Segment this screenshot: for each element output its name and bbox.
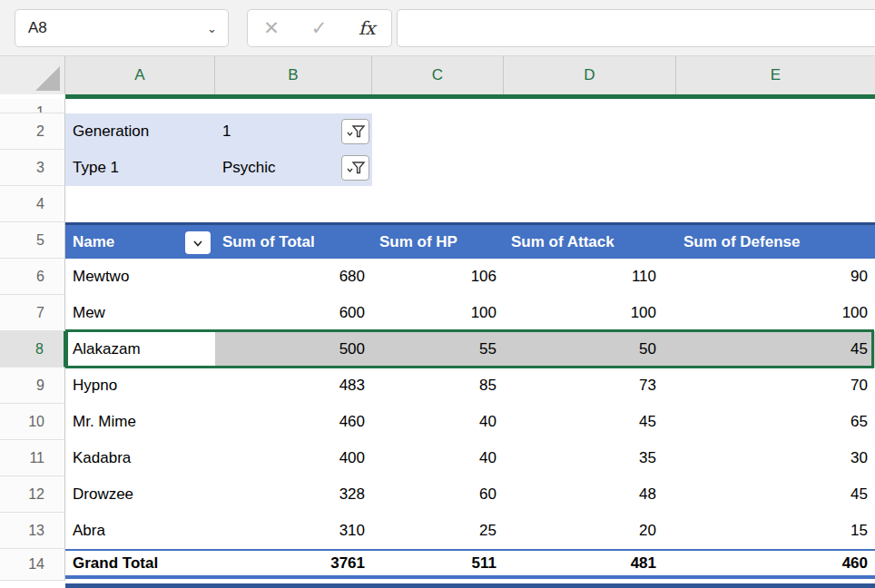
pivot-cell[interactable]: Mr. Mime <box>65 404 215 440</box>
column-header-c[interactable]: C <box>372 56 504 94</box>
pivot-header-sum-total[interactable]: Sum of Total <box>215 225 372 259</box>
pivot-cell[interactable]: 310 <box>215 513 372 549</box>
row-header-5[interactable]: 5 <box>0 222 65 259</box>
type1-filter-button[interactable] <box>341 155 369 181</box>
chevron-down-icon <box>192 239 204 248</box>
pivot-cell[interactable]: Abra <box>65 513 215 549</box>
pivot-cell[interactable]: 400 <box>215 440 372 476</box>
pivot-cell[interactable]: 50 <box>504 331 676 368</box>
row-header-3[interactable]: 3 <box>0 150 65 186</box>
name-box[interactable]: A8 ⌄ <box>15 9 229 47</box>
column-header-e[interactable]: E <box>676 56 875 94</box>
pivot-cell[interactable]: 45 <box>676 476 875 513</box>
row-header-12[interactable]: 12 <box>0 476 65 513</box>
pivot-cell[interactable]: 460 <box>215 404 372 440</box>
pivot-cell[interactable]: 110 <box>504 259 676 295</box>
filter-value-generation[interactable]: 1 <box>222 113 231 150</box>
pivot-header-row: Name Sum of Total Sum of HP Sum of Attac… <box>65 222 875 259</box>
pivot-cell[interactable]: 328 <box>215 476 372 513</box>
filter-value-type1[interactable]: Psychic <box>222 150 276 186</box>
pivot-cell[interactable]: Hypno <box>65 368 215 404</box>
pivot-cell[interactable]: 100 <box>372 295 504 331</box>
pivot-cell[interactable]: Mew <box>65 295 215 331</box>
name-box-value: A8 <box>28 19 47 37</box>
column-header-d[interactable]: D <box>504 56 676 94</box>
pivot-cell[interactable]: 90 <box>676 259 875 295</box>
pivot-cell[interactable]: 65 <box>676 404 875 440</box>
column-header-a[interactable]: A <box>65 56 215 94</box>
pivot-cell[interactable]: 483 <box>215 368 372 404</box>
pivot-header-sum-attack[interactable]: Sum of Attack <box>504 225 676 259</box>
row-header-14[interactable]: 14 <box>0 549 65 581</box>
pivot-cell[interactable]: 60 <box>372 476 504 513</box>
pivot-row-mr-mime: Mr. Mime 460 40 45 65 <box>65 404 875 440</box>
pivot-cell[interactable]: 30 <box>676 440 875 476</box>
row-header-11[interactable]: 11 <box>0 440 65 476</box>
pivot-cell[interactable]: 40 <box>372 440 504 476</box>
pivot-cell[interactable]: 600 <box>215 295 372 331</box>
row-header-13[interactable]: 13 <box>0 513 65 549</box>
pivot-row-grand-total: Grand Total 3761 511 481 460 <box>65 549 875 579</box>
chevron-down-icon[interactable]: ⌄ <box>207 22 217 35</box>
row-header-7[interactable]: 7 <box>0 295 65 331</box>
pivot-row-abra: Abra 310 25 20 15 <box>65 513 875 549</box>
pivot-cell[interactable]: 500 <box>215 331 372 368</box>
selection-column-highlight <box>65 94 875 99</box>
pivot-cell[interactable]: 460 <box>676 551 875 575</box>
select-all-corner[interactable] <box>0 56 65 94</box>
fx-icon[interactable]: fx <box>359 17 376 39</box>
pivot-header-sum-hp[interactable]: Sum of HP <box>372 225 504 259</box>
pivot-cell[interactable]: 55 <box>372 331 504 368</box>
funnel-filter-icon <box>346 123 366 140</box>
formula-buttons: ✕ ✓ fx <box>247 9 392 47</box>
row-header-9[interactable]: 9 <box>0 368 65 404</box>
pivot-cell[interactable]: Drowzee <box>65 476 215 513</box>
formula-input[interactable] <box>397 9 875 47</box>
pivot-cell[interactable]: 3761 <box>215 551 372 575</box>
pivot-header-sum-defense[interactable]: Sum of Defense <box>676 225 875 259</box>
pivot-cell[interactable]: 680 <box>215 259 372 295</box>
row-header-2[interactable]: 2 <box>0 113 65 150</box>
pivot-cell[interactable]: 511 <box>372 551 504 575</box>
pivot-cell[interactable]: 45 <box>676 331 875 368</box>
pivot-cell[interactable]: 15 <box>676 513 875 549</box>
cancel-icon[interactable]: ✕ <box>263 17 280 39</box>
select-all-triangle-icon <box>35 66 60 91</box>
active-cell-a8[interactable]: Alakazam <box>65 331 215 368</box>
pivot-cell[interactable]: 481 <box>504 551 676 575</box>
row-header-1[interactable]: 1 <box>0 99 65 113</box>
pivot-cell[interactable]: 70 <box>676 368 875 404</box>
pivot-cell[interactable]: 100 <box>676 295 875 331</box>
pivot-cell[interactable]: Kadabra <box>65 440 215 476</box>
pivot-row-mewtwo: Mewtwo 680 106 110 90 <box>65 259 875 295</box>
row-header-10[interactable]: 10 <box>0 404 65 440</box>
pivot-cell[interactable]: 45 <box>504 404 676 440</box>
pivot-cell[interactable]: Mewtwo <box>65 259 215 295</box>
filter-label-type1[interactable]: Type 1 <box>73 150 119 186</box>
row-header-8[interactable]: 8 <box>0 331 65 368</box>
pivot-row-drowzee: Drowzee 328 60 48 45 <box>65 476 875 513</box>
pivot-header-name[interactable]: Name <box>65 225 215 259</box>
pivot-row-hypno: Hypno 483 85 73 70 <box>65 368 875 404</box>
row-header-4[interactable]: 4 <box>0 186 65 222</box>
name-filter-dropdown-button[interactable] <box>185 231 211 254</box>
pivot-cell[interactable]: 106 <box>372 259 504 295</box>
sheet-bottom-border <box>65 583 875 588</box>
filter-label-generation[interactable]: Generation <box>73 113 149 150</box>
pivot-cell[interactable]: Grand Total <box>65 551 215 575</box>
column-header-b[interactable]: B <box>215 56 372 94</box>
enter-icon[interactable]: ✓ <box>311 17 328 39</box>
pivot-cell[interactable]: 20 <box>504 513 676 549</box>
generation-filter-button[interactable] <box>341 119 369 144</box>
pivot-cell[interactable]: 40 <box>372 404 504 440</box>
formula-toolbar: A8 ⌄ ✕ ✓ fx <box>0 0 875 56</box>
pivot-row-alakazam-selected: Alakazam 500 55 50 45 <box>65 331 875 368</box>
pivot-row-kadabra: Kadabra 400 40 35 30 <box>65 440 875 476</box>
pivot-cell[interactable]: 48 <box>504 476 676 513</box>
pivot-cell[interactable]: 85 <box>372 368 504 404</box>
pivot-cell[interactable]: 25 <box>372 513 504 549</box>
pivot-cell[interactable]: 73 <box>504 368 676 404</box>
row-header-6[interactable]: 6 <box>0 259 65 295</box>
pivot-cell[interactable]: 100 <box>504 295 676 331</box>
pivot-cell[interactable]: 35 <box>504 440 676 476</box>
